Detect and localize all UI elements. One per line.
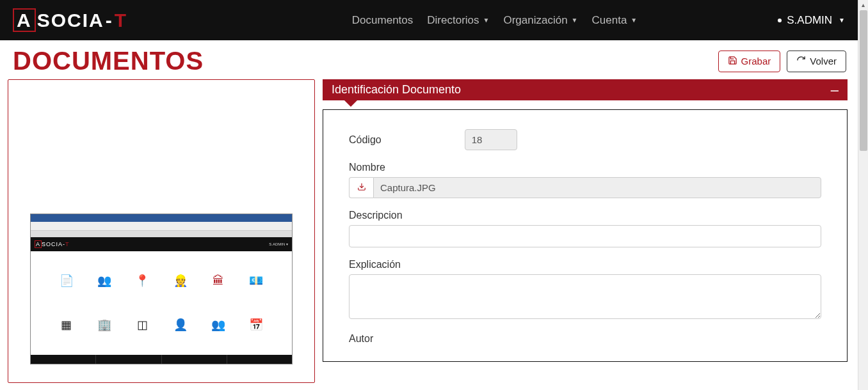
content: ASOCIA-T S.ADMIN ▾ 📄 👥 📍 👷 🏛 💶 ▦ 🏢 ◫ 👤 👥 — [0, 79, 858, 383]
explicacion-field[interactable] — [349, 274, 821, 319]
logo-letter-t: T — [115, 10, 127, 31]
thumb-calendar-icon: 📅 — [237, 303, 275, 347]
volver-label: Volver — [810, 56, 837, 66]
status-dot-icon — [778, 19, 782, 22]
action-buttons: Grabar Volver — [718, 51, 846, 72]
reload-icon — [796, 56, 806, 67]
thumb-footer — [31, 355, 292, 364]
thumb-icons-grid: 📄 👥 📍 👷 🏛 💶 ▦ 🏢 ◫ 👤 👥 📅 — [31, 251, 292, 355]
nombre-label: Nombre — [349, 162, 821, 173]
thumb-logo-a: A — [35, 240, 42, 248]
grabar-button[interactable]: Grabar — [718, 51, 781, 72]
panel-body: Código Nombre Descripci — [323, 109, 848, 362]
chevron-down-icon: ▼ — [483, 17, 490, 24]
thumb-bank-icon: 🏛 — [199, 259, 237, 303]
scroll-up-icon[interactable]: ▴ — [858, 0, 868, 10]
nav-user-label: S.ADMIN — [787, 14, 832, 27]
thumb-user: S.ADMIN ▾ — [269, 242, 288, 246]
thumb-window-urlbar — [31, 222, 292, 231]
nav-menu: Documentos Directorios ▼ Organización ▼ … — [352, 14, 637, 27]
thumb-money-icon: 💶 — [237, 259, 275, 303]
volver-button[interactable]: Volver — [787, 51, 846, 72]
grabar-label: Grabar — [741, 56, 771, 66]
nav-cuenta-label: Cuenta — [592, 14, 627, 27]
nav-directorios[interactable]: Directorios ▼ — [427, 14, 489, 27]
thumb-users-icon: 👥 — [85, 259, 123, 303]
logo-letter-a: A — [13, 8, 36, 32]
row-nombre: Nombre — [349, 162, 821, 198]
vertical-scrollbar[interactable]: ▴ — [858, 0, 868, 390]
logo-text-socia: SOCIA — [37, 10, 104, 31]
form-panel: Identificación Documento – Código Nombre — [323, 79, 848, 362]
nav-documentos[interactable]: Documentos — [352, 14, 413, 27]
page-title: DOCUMENTOS — [13, 47, 204, 75]
panel-collapse-icon[interactable]: – — [831, 87, 839, 93]
descripcion-label: Descripcion — [349, 210, 821, 221]
explicacion-label: Explicación — [349, 259, 821, 270]
thumb-window-titlebar — [31, 214, 292, 222]
thumb-layout-icon: ◫ — [124, 303, 161, 347]
thumb-group-icon: 👥 — [199, 303, 237, 347]
descripcion-field[interactable] — [349, 225, 821, 247]
row-autor: Autor — [349, 333, 821, 345]
thumb-worker-icon: 👷 — [161, 259, 199, 303]
chevron-down-icon: ▼ — [839, 17, 845, 24]
thumb-logo-socia: SOCIA — [42, 241, 63, 247]
nav-user-menu[interactable]: S.ADMIN ▼ — [778, 14, 845, 27]
nombre-field — [373, 177, 821, 198]
thumb-navbar: ASOCIA-T S.ADMIN ▾ — [31, 237, 292, 251]
thumb-logo-t: T — [65, 241, 70, 247]
nav-directorios-label: Directorios — [427, 14, 479, 27]
download-button[interactable] — [349, 177, 373, 198]
save-icon — [728, 56, 737, 67]
document-preview-thumbnail[interactable]: ASOCIA-T S.ADMIN ▾ 📄 👥 📍 👷 🏛 💶 ▦ 🏢 ◫ 👤 👥 — [30, 214, 293, 364]
codigo-label: Código — [349, 134, 382, 146]
thumb-grid-icon: ▦ — [47, 303, 85, 347]
thumb-person-icon: 👤 — [161, 303, 199, 347]
nav-organizacion-label: Organización — [503, 14, 567, 27]
navbar: A SOCIA - T Documentos Directorios ▼ Org… — [0, 0, 858, 40]
brand-logo[interactable]: A SOCIA - T — [13, 8, 127, 32]
logo-dash: - — [104, 10, 115, 31]
row-descripcion: Descripcion — [349, 210, 821, 247]
panel-header[interactable]: Identificación Documento – — [323, 79, 848, 100]
thumb-pin-icon: 📍 — [124, 259, 161, 303]
action-bar: DOCUMENTOS Grabar Volver — [0, 40, 858, 79]
row-codigo: Código — [349, 129, 821, 150]
thumb-window-tabbar — [31, 231, 292, 237]
codigo-field — [465, 129, 517, 150]
document-preview-panel: ASOCIA-T S.ADMIN ▾ 📄 👥 📍 👷 🏛 💶 ▦ 🏢 ◫ 👤 👥 — [8, 79, 315, 383]
nav-documentos-label: Documentos — [352, 14, 413, 27]
panel-title: Identificación Documento — [332, 83, 461, 97]
scroll-thumb[interactable] — [860, 10, 867, 151]
nav-organizacion[interactable]: Organización ▼ — [503, 14, 577, 27]
download-icon — [357, 182, 366, 193]
thumb-buildings-icon: 🏢 — [85, 303, 123, 347]
chevron-down-icon: ▼ — [631, 17, 637, 24]
chevron-down-icon: ▼ — [572, 17, 578, 24]
nav-cuenta[interactable]: Cuenta ▼ — [592, 14, 638, 27]
autor-label: Autor — [349, 333, 821, 345]
nombre-group — [349, 177, 821, 198]
row-explicacion: Explicación — [349, 259, 821, 322]
thumb-doc-icon: 📄 — [47, 259, 85, 303]
